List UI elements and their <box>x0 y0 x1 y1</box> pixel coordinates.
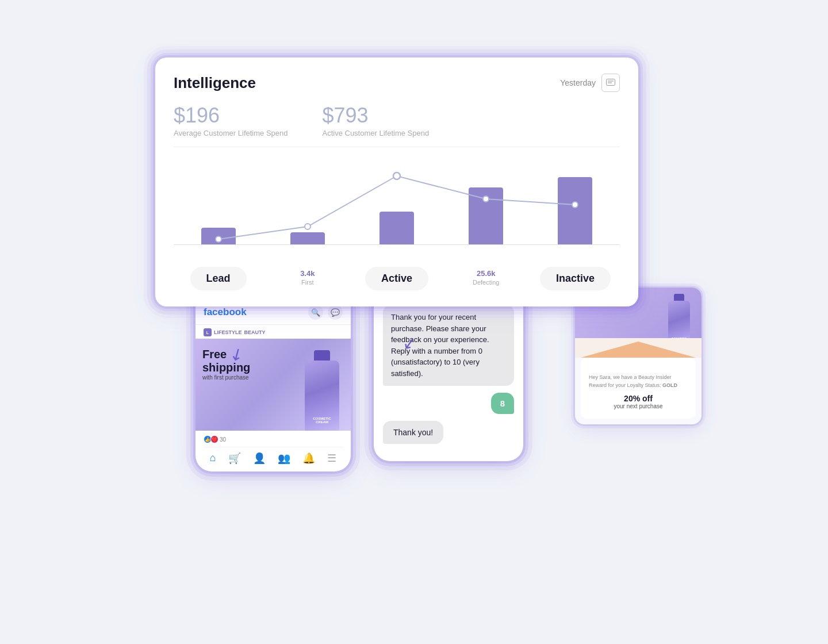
metric2-value: $793 <box>322 103 429 128</box>
chart-area <box>174 159 620 262</box>
fb-logo: facebook <box>204 306 247 318</box>
labels-row: Lead 3.4k First Active 25.6k Defecting I… <box>174 267 620 290</box>
card-title: Intelligence <box>174 74 256 92</box>
metric1-label: Average Customer Lifetime Spend <box>174 129 288 137</box>
search-icon[interactable]: 🔍 <box>308 305 323 320</box>
metrics-row: $196 Average Customer Lifetime Spend $79… <box>174 103 620 147</box>
fb-footer: 👍 ❤️ 30 ⌂ 🛒 👤 👥 🔔 ☰ <box>195 431 351 465</box>
ad-sub: with first purchase <box>202 374 250 381</box>
message-icon[interactable] <box>601 74 620 92</box>
fb-brand-name: LIFESTYLE <box>214 329 242 335</box>
brand-icon: L <box>204 328 212 336</box>
nav-bell[interactable]: 🔔 <box>302 452 315 465</box>
product-bottle-fb: COSMETICCREAM <box>299 350 345 431</box>
envelope-flap-area <box>575 338 702 358</box>
fb-likes: 👍 ❤️ 30 <box>204 435 343 443</box>
facebook-phone: facebook 🔍 💬 L LIFESTYLE BEAUTY Free shi… <box>195 288 351 471</box>
messenger-icon[interactable]: 💬 <box>328 305 343 320</box>
first-sub: 3.4k First <box>300 269 315 286</box>
email-card: L LIFESTYLELABELS COSMETICCREAM Hey Sara… <box>575 288 702 424</box>
segment-defecting: 25.6k Defecting <box>442 269 531 288</box>
email-bottle-cap <box>674 294 684 301</box>
email-envelope <box>575 338 702 358</box>
bottle-label: COSMETICCREAM <box>313 417 331 424</box>
date-filter[interactable]: Yesterday <box>560 78 596 87</box>
metric2-label: Active Customer Lifetime Spend <box>322 129 429 137</box>
intelligence-card: Intelligence Yesterday $196 Average Cust… <box>155 57 638 306</box>
inactive-pill[interactable]: Inactive <box>540 267 611 290</box>
nav-profile[interactable]: 👤 <box>253 452 266 465</box>
svg-point-7 <box>572 202 578 208</box>
card-header: Intelligence Yesterday <box>174 74 620 92</box>
fb-brand-bar: L LIFESTYLE BEAUTY <box>195 325 351 339</box>
nav-store[interactable]: 🛒 <box>228 452 241 465</box>
defecting-sub: 25.6k Defecting <box>473 269 499 286</box>
fb-nav: ⌂ 🛒 👤 👥 🔔 ☰ <box>204 447 343 465</box>
like-icons: 👍 ❤️ <box>204 435 217 443</box>
email-status: GOLD <box>662 382 677 388</box>
ad-shipping: shipping <box>202 361 250 374</box>
bottle-body: COSMETICCREAM <box>305 361 339 431</box>
segment-lead: Lead <box>174 267 263 290</box>
fb-icons: 🔍 💬 <box>308 305 343 320</box>
svg-point-6 <box>483 196 489 202</box>
email-offer-sub: your next purchase <box>589 403 688 409</box>
fb-ad-content: Free shipping with first purchase COSMET… <box>195 339 351 431</box>
card-header-right: Yesterday <box>560 74 620 92</box>
segment-first: 3.4k First <box>263 269 352 288</box>
like-dot-2: ❤️ <box>210 435 218 443</box>
nav-home[interactable]: ⌂ <box>210 452 216 465</box>
sms-reply-number: 8 <box>491 393 514 414</box>
bottle-cap <box>314 350 330 361</box>
line-chart-svg <box>174 159 620 262</box>
email-greeting: Hey Sara, we have a Beauty Insider Rewar… <box>589 374 688 389</box>
active-pill[interactable]: Active <box>365 267 428 290</box>
metric2: $793 Active Customer Lifetime Spend <box>322 103 429 137</box>
first-label: First <box>301 279 313 286</box>
svg-rect-0 <box>607 79 615 86</box>
envelope-svg <box>581 342 696 358</box>
segment-inactive: Inactive <box>531 267 620 290</box>
sms-phone: Thank you for your recent purchase. Plea… <box>374 282 523 461</box>
sms-thanks-message: Thank you! <box>383 421 443 444</box>
svg-point-4 <box>305 224 310 229</box>
segment-active: Active <box>352 267 441 290</box>
email-body: Hey Sara, we have a Beauty Insider Rewar… <box>581 358 696 419</box>
nav-friends[interactable]: 👥 <box>278 452 290 465</box>
svg-marker-8 <box>581 342 696 358</box>
metric1-value: $196 <box>174 103 288 128</box>
sms-body: Thank you for your recent purchase. Plea… <box>374 296 523 450</box>
defecting-label: Defecting <box>473 279 499 286</box>
sms-thanks-wrapper: Thank you! <box>383 414 514 444</box>
nav-menu[interactable]: ☰ <box>327 452 336 465</box>
first-value: 3.4k <box>300 269 315 278</box>
lead-pill[interactable]: Lead <box>190 267 247 290</box>
fb-brand-beauty: BEAUTY <box>244 329 266 335</box>
email-offer-headline: 20% off <box>589 394 688 403</box>
defecting-value: 25.6k <box>477 269 496 278</box>
svg-point-5 <box>393 172 400 179</box>
svg-point-3 <box>216 236 221 242</box>
likes-count: 30 <box>220 436 226 443</box>
metric1: $196 Average Customer Lifetime Spend <box>174 103 288 137</box>
